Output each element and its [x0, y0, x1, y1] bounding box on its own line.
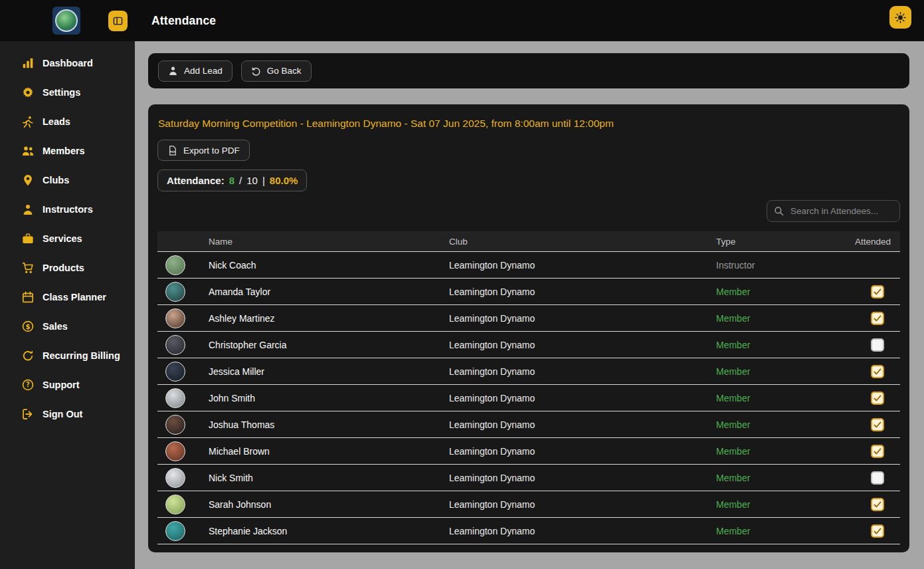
- attendance-separator: /: [239, 175, 242, 186]
- sidebar-item-leads[interactable]: Leads: [0, 107, 135, 136]
- avatar: [165, 255, 185, 275]
- table-header: Name Club Type Attended: [157, 231, 900, 252]
- person-icon: [168, 66, 178, 76]
- attendee-row: Joshua Thomas Leamington Dynamo Member: [157, 411, 900, 438]
- members-icon: [22, 145, 34, 157]
- export-row: PDF Export to PDF: [157, 140, 900, 161]
- signout-icon: [22, 408, 34, 420]
- attended-checkbox[interactable]: [871, 338, 884, 352]
- refresh-icon: [22, 350, 34, 362]
- column-type: Type: [716, 237, 827, 247]
- sidebar-item-clubs[interactable]: Clubs: [0, 166, 135, 195]
- attendee-name: Nick Coach: [200, 260, 449, 271]
- sidebar-item-members[interactable]: Members: [0, 136, 135, 166]
- export-pdf-button[interactable]: PDF Export to PDF: [157, 140, 250, 161]
- sidebar-item-label: Members: [43, 146, 85, 156]
- sidebar-item-label: Recurring Billing: [43, 350, 120, 361]
- attendance-panel: Saturday Morning Competition - Leamingto…: [148, 104, 909, 552]
- attended-checkbox[interactable]: [871, 498, 884, 511]
- sidebar-item-services[interactable]: Services: [0, 224, 135, 253]
- svg-text:PDF: PDF: [169, 150, 175, 153]
- avatar: [165, 282, 185, 302]
- attended-checkbox[interactable]: [871, 365, 884, 378]
- sidebar: Dashboard Settings Leads Members Clubs I…: [0, 41, 135, 569]
- sidebar-toggle-button[interactable]: [108, 11, 128, 31]
- attendee-club: Leamington Dynamo: [449, 419, 716, 430]
- svg-text:$: $: [25, 323, 30, 330]
- avatar: [165, 441, 185, 461]
- attendance-percent: 80.0%: [270, 175, 298, 186]
- attendee-type: Member: [716, 366, 827, 377]
- attended-checkbox[interactable]: [871, 471, 884, 485]
- attendee-club: Leamington Dynamo: [449, 286, 716, 297]
- avatar: [165, 521, 185, 541]
- attendance-summary: Attendance: 8 / 10 | 80.0%: [157, 170, 307, 191]
- attendee-type: Member: [716, 473, 827, 483]
- attendee-type: Member: [716, 419, 827, 430]
- attendee-name: Christopher Garcia: [200, 340, 449, 350]
- sidebar-item-label: Settings: [43, 87, 80, 98]
- sidebar-item-label: Instructors: [43, 204, 93, 215]
- go-back-button[interactable]: Go Back: [241, 60, 312, 82]
- sidebar-item-recurring-billing[interactable]: Recurring Billing: [0, 341, 135, 370]
- avatar: [165, 495, 185, 514]
- event-title: Saturday Morning Competition - Leamingto…: [158, 118, 900, 130]
- sidebar-item-instructors[interactable]: Instructors: [0, 195, 135, 224]
- sidebar-item-label: Leads: [43, 116, 70, 127]
- attended-checkbox[interactable]: [871, 285, 884, 298]
- search-row: [157, 200, 900, 222]
- attended-checkbox[interactable]: [871, 418, 884, 431]
- sidebar-item-sales[interactable]: $ Sales: [0, 312, 135, 341]
- dollar-icon: $: [22, 320, 34, 332]
- page-title: Attendance: [151, 14, 216, 28]
- attended-checkbox[interactable]: [871, 312, 884, 325]
- sidebar-item-products[interactable]: Products: [0, 253, 135, 283]
- attendee-type: Member: [716, 393, 827, 403]
- attendee-club: Leamington Dynamo: [449, 393, 716, 403]
- undo-icon: [251, 66, 261, 76]
- runner-icon: [22, 116, 34, 128]
- person-icon: [22, 203, 34, 215]
- attendee-name: Stephanie Jackson: [200, 526, 449, 536]
- toolbar-button-label: Add Lead: [184, 66, 223, 76]
- attended-checkbox[interactable]: [871, 524, 884, 538]
- attendee-club: Leamington Dynamo: [449, 313, 716, 324]
- column-name: Name: [200, 237, 449, 247]
- cart-icon: [22, 262, 34, 274]
- add-lead-button[interactable]: Add Lead: [158, 60, 232, 82]
- theme-toggle-button[interactable]: [889, 6, 911, 29]
- sidebar-item-dashboard[interactable]: Dashboard: [0, 49, 135, 78]
- attendee-row: Michael Brown Leamington Dynamo Member: [157, 438, 900, 465]
- sidebar-item-support[interactable]: ? Support: [0, 370, 135, 399]
- attendee-row: Nick Smith Leamington Dynamo Member: [157, 465, 900, 491]
- briefcase-icon: [22, 233, 34, 245]
- attendees-search[interactable]: [767, 200, 900, 222]
- attendee-name: Nick Smith: [200, 473, 449, 483]
- attended-checkbox[interactable]: [871, 392, 884, 405]
- attendee-club: Leamington Dynamo: [449, 366, 716, 377]
- attendance-divider: |: [262, 175, 265, 186]
- sidebar-item-settings[interactable]: Settings: [0, 78, 135, 107]
- attendee-row: Stephanie Jackson Leamington Dynamo Memb…: [157, 518, 900, 544]
- attended-checkbox[interactable]: [871, 445, 884, 458]
- attendee-type: Member: [716, 340, 827, 350]
- sidebar-item-label: Services: [43, 233, 82, 244]
- avatar: [165, 388, 185, 408]
- attendance-label: Attendance:: [167, 175, 225, 186]
- calendar-icon: [22, 291, 34, 303]
- sidebar-toggle-icon: [113, 16, 123, 26]
- sidebar-item-class-planner[interactable]: Class Planner: [0, 283, 135, 312]
- attendee-club: Leamington Dynamo: [449, 499, 716, 510]
- attendee-row: Amanda Taylor Leamington Dynamo Member: [157, 279, 900, 305]
- main-content: Add Lead Go Back Saturday Morning Compet…: [135, 41, 924, 569]
- sidebar-item-sign-out[interactable]: Sign Out: [0, 399, 135, 429]
- attendee-type: Member: [716, 446, 827, 457]
- attendee-name: Michael Brown: [200, 446, 449, 457]
- attendee-type: Member: [716, 313, 827, 324]
- attendee-name: Jessica Miller: [200, 366, 449, 377]
- attendee-club: Leamington Dynamo: [449, 446, 716, 457]
- search-input[interactable]: [789, 205, 893, 217]
- attendee-row: Jessica Miller Leamington Dynamo Member: [157, 358, 900, 385]
- attendee-club: Leamington Dynamo: [449, 340, 716, 350]
- attendee-name: Sarah Johnson: [200, 499, 449, 510]
